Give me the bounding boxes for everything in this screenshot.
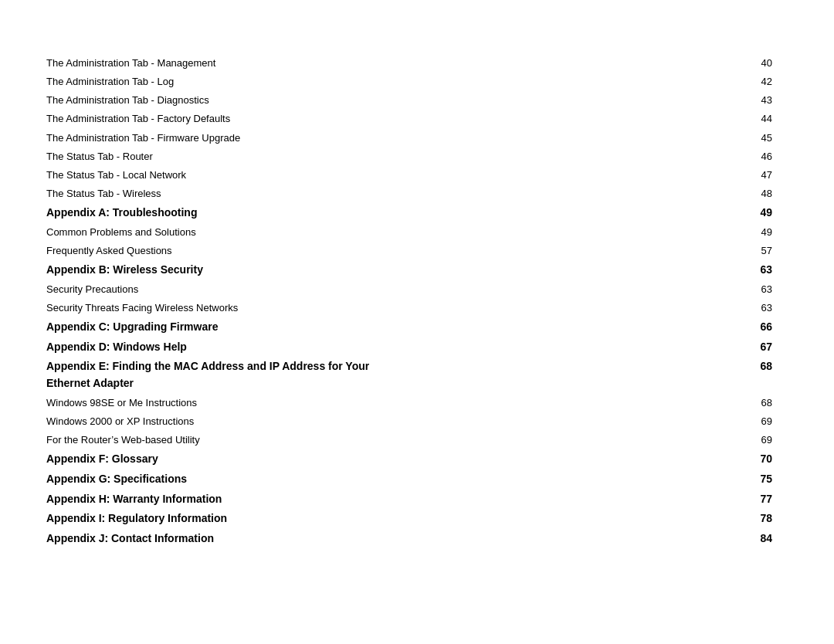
toc-entry-text: The Status Tab - Local Network [46,166,676,185]
toc-row: Appendix D: Windows Help67 [46,337,788,358]
page-container: The Administration Tab - Management40The… [0,0,834,644]
toc-row: Common Problems and Solutions49 [46,223,788,242]
toc-page-number: 40 [676,54,788,73]
toc-page-number: 69 [676,412,788,431]
toc-entry-text: The Administration Tab - Firmware Upgrad… [46,129,676,147]
toc-page-number: 63 [676,260,788,280]
toc-row: Appendix F: Glossary70 [46,449,788,469]
toc-row: Appendix G: Specifications75 [46,469,788,490]
toc-entry-text: Appendix B: Wireless Security [46,260,676,280]
toc-entry-text: The Administration Tab - Diagnostics [46,91,676,110]
toc-entry-text: Security Precautions [46,280,676,299]
toc-row: Security Threats Facing Wireless Network… [46,299,788,317]
toc-entry-text: For the Router’s Web-based Utility [46,431,676,449]
toc-page-number: 46 [676,147,788,166]
toc-entry-text: Appendix I: Regulatory Information [46,509,676,529]
toc-entry-text: The Administration Tab - Log [46,73,676,91]
toc-row: Security Precautions63 [46,280,788,299]
toc-page-number: 43 [676,91,788,110]
toc-page-number: 77 [676,490,788,510]
toc-entry-text: Appendix C: Upgrading Firmware [46,317,676,337]
toc-page-number: 63 [676,299,788,317]
toc-entry-text: Security Threats Facing Wireless Network… [46,299,676,317]
toc-row: The Status Tab - Local Network47 [46,166,788,185]
toc-page-number: 44 [676,110,788,128]
toc-page-number: 67 [676,337,788,358]
toc-entry-text: Appendix G: Specifications [46,469,676,490]
toc-row: Frequently Asked Questions57 [46,242,788,260]
toc-page-number: 84 [676,529,788,549]
toc-entry-text: Appendix F: Glossary [46,449,676,469]
toc-entry-text: Frequently Asked Questions [46,242,676,260]
toc-row: Windows 98SE or Me Instructions68 [46,394,788,412]
toc-page-number: 48 [676,185,788,203]
toc-page-number: 66 [676,317,788,337]
toc-row: The Status Tab - Router46 [46,147,788,166]
toc-page-number: 69 [676,431,788,449]
toc-entry-text: Appendix E: Finding the MAC Address and … [46,357,676,393]
toc-entry-text: The Administration Tab - Factory Default… [46,110,676,128]
toc-row: For the Router’s Web-based Utility69 [46,431,788,449]
toc-row: The Status Tab - Wireless48 [46,185,788,203]
toc-row: Appendix I: Regulatory Information78 [46,509,788,529]
toc-page-number: 68 [676,357,788,393]
toc-row: Appendix H: Warranty Information77 [46,490,788,510]
toc-entry-text: The Administration Tab - Management [46,54,676,73]
toc-page-number: 49 [676,203,788,223]
toc-page-number: 49 [676,223,788,242]
toc-row: The Administration Tab - Diagnostics43 [46,91,788,110]
toc-page-number: 57 [676,242,788,260]
toc-entry-text: Windows 98SE or Me Instructions [46,394,676,412]
toc-row: Appendix E: Finding the MAC Address and … [46,357,788,393]
toc-page-number: 78 [676,509,788,529]
toc-page-number: 45 [676,129,788,147]
toc-page-number: 42 [676,73,788,91]
toc-row: The Administration Tab - Management40 [46,54,788,73]
toc-entry-text: The Status Tab - Wireless [46,185,676,203]
toc-row: Appendix B: Wireless Security63 [46,260,788,280]
toc-row: The Administration Tab - Log42 [46,73,788,91]
toc-row: The Administration Tab - Factory Default… [46,110,788,128]
toc-table: The Administration Tab - Management40The… [46,54,788,549]
toc-entry-text: Appendix D: Windows Help [46,337,676,358]
toc-entry-text: Windows 2000 or XP Instructions [46,412,676,431]
toc-entry-text: The Status Tab - Router [46,147,676,166]
toc-row: Appendix A: Troubleshooting49 [46,203,788,223]
toc-page-number: 47 [676,166,788,185]
toc-row: Appendix J: Contact Information84 [46,529,788,549]
toc-page-number: 63 [676,280,788,299]
toc-row: The Administration Tab - Firmware Upgrad… [46,129,788,147]
toc-entry-text: Appendix H: Warranty Information [46,490,676,510]
toc-row: Appendix C: Upgrading Firmware66 [46,317,788,337]
toc-page-number: 70 [676,449,788,469]
toc-row: Windows 2000 or XP Instructions69 [46,412,788,431]
toc-entry-text: Appendix A: Troubleshooting [46,203,676,223]
toc-entry-text: Appendix J: Contact Information [46,529,676,549]
toc-entry-text: Common Problems and Solutions [46,223,676,242]
toc-page-number: 68 [676,394,788,412]
toc-page-number: 75 [676,469,788,490]
